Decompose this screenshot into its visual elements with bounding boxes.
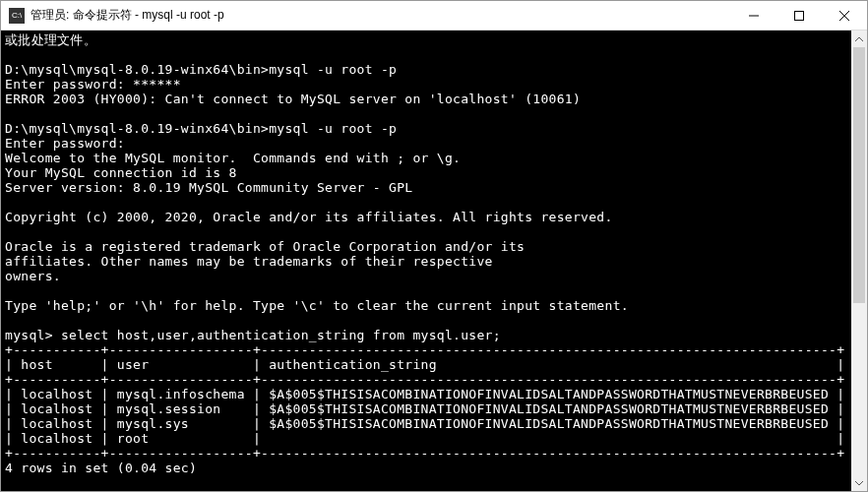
output-line: Enter password: (5, 136, 125, 151)
table-border: +-----------+------------------+--------… (5, 372, 844, 387)
maximize-icon (794, 11, 804, 21)
command-prompt-window: C:\ 管理员: 命令提示符 - mysql -u root -p 或批处理文件… (0, 0, 868, 492)
scroll-up-button[interactable] (851, 31, 867, 47)
terminal-output[interactable]: 或批处理文件。 D:\mysql\mysql-8.0.19-winx64\bin… (1, 31, 867, 491)
table-row: | localhost | root | | (5, 431, 844, 446)
mysql-prompt: mysql> (5, 490, 53, 491)
output-line: Welcome to the MySQL monitor. Commands e… (5, 151, 461, 165)
vertical-scrollbar[interactable] (851, 31, 867, 491)
window-controls (731, 1, 867, 31)
error-line: ERROR 2003 (HY000): Can't connect to MyS… (5, 92, 581, 106)
output-line: Server version: 8.0.19 MySQL Community S… (5, 180, 412, 195)
cmd-icon: C:\ (9, 8, 25, 24)
table-header: | host | user | authentication_string | (5, 357, 844, 372)
scrollbar-track[interactable] (851, 47, 867, 474)
minimize-icon (749, 11, 759, 21)
shell-prompt: D:\mysql\mysql-8.0.19-winx64\bin>mysql -… (5, 121, 397, 136)
output-line: 或批处理文件。 (5, 32, 96, 47)
table-border: +-----------+------------------+--------… (5, 446, 844, 461)
mysql-query: mysql> select host,user,authentication_s… (5, 328, 501, 342)
table-row: | localhost | mysql.sys | $A$005$THISISA… (5, 416, 844, 431)
result-summary: 4 rows in set (0.04 sec) (5, 461, 197, 475)
table-row: | localhost | mysql.session | $A$005$THI… (5, 401, 844, 416)
output-line: owners. (5, 269, 61, 283)
output-line: Enter password: ****** (5, 77, 181, 92)
svg-rect-1 (795, 11, 804, 20)
chevron-down-icon (855, 480, 863, 486)
scroll-down-button[interactable] (851, 474, 867, 491)
output-line: Copyright (c) 2000, 2020, Oracle and/or … (5, 210, 613, 224)
chevron-up-icon (855, 36, 863, 42)
minimize-button[interactable] (731, 1, 776, 31)
close-icon (839, 11, 849, 21)
table-border: +-----------+------------------+--------… (5, 342, 844, 357)
output-line: Your MySQL connection id is 8 (5, 165, 237, 180)
titlebar[interactable]: C:\ 管理员: 命令提示符 - mysql -u root -p (1, 1, 867, 31)
output-line: affiliates. Other names may be trademark… (5, 254, 493, 269)
maximize-button[interactable] (776, 1, 822, 31)
shell-prompt: D:\mysql\mysql-8.0.19-winx64\bin>mysql -… (5, 62, 397, 77)
table-row: | localhost | mysql.infoschema | $A$005$… (5, 387, 844, 401)
output-line: Oracle is a registered trademark of Orac… (5, 239, 525, 254)
close-button[interactable] (822, 1, 867, 31)
output-line: Type 'help;' or '\h' for help. Type '\c'… (5, 298, 629, 313)
scrollbar-thumb[interactable] (853, 47, 865, 303)
window-title: 管理员: 命令提示符 - mysql -u root -p (31, 7, 731, 24)
